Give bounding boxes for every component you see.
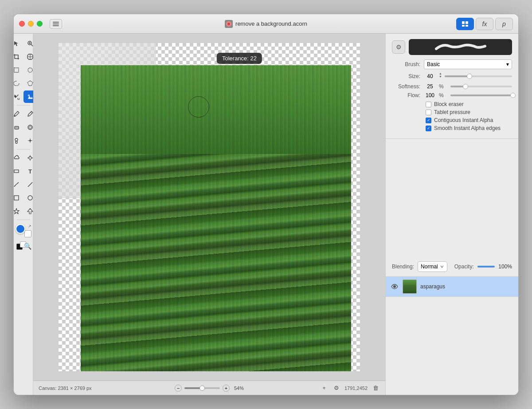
shape-cloud-tool[interactable]: [14, 152, 23, 164]
flow-slider-fill: [450, 94, 512, 96]
zoom-slider-thumb[interactable]: [200, 385, 205, 391]
app-icon: [225, 20, 233, 28]
window-title: remove a background.acorn: [235, 20, 307, 27]
softness-percent: %: [439, 83, 448, 90]
zoom-value-label: 54%: [234, 385, 244, 391]
opacity-slider-fill: [477, 266, 495, 267]
crop-tool[interactable]: [14, 51, 23, 63]
flow-slider[interactable]: [450, 94, 512, 96]
eraser-tool[interactable]: [14, 121, 23, 134]
canvas-scroll-area[interactable]: Tolerance: 22: [33, 34, 385, 381]
svg-rect-1: [53, 24, 59, 24]
svg-rect-32: [14, 196, 19, 200]
brush-dropdown-chevron: ▾: [506, 61, 509, 67]
contiguous-row: ✓ Contiguous Instant Alpha: [392, 117, 512, 123]
softness-slider-thumb[interactable]: [463, 84, 468, 89]
svg-rect-29: [14, 170, 19, 173]
size-spinner[interactable]: ▲ ▼: [439, 72, 442, 81]
smooth-edges-label: Smooth Instant Alpha edges: [434, 125, 501, 131]
zoom-controls: − + 54%: [175, 385, 244, 392]
softness-slider[interactable]: [450, 86, 512, 87]
brush-settings-gear-button[interactable]: ⚙: [392, 40, 405, 54]
sidebar-toggle-button[interactable]: [50, 19, 62, 29]
size-slider-fill: [445, 75, 468, 77]
swap-colors-icon[interactable]: ↗: [28, 224, 31, 228]
zoom-in-button[interactable]: +: [223, 385, 230, 392]
arrow-tool[interactable]: [14, 37, 23, 50]
paintbrush-tool[interactable]: [14, 108, 23, 120]
size-slider[interactable]: [445, 75, 512, 77]
block-eraser-checkbox[interactable]: [426, 102, 431, 107]
minimize-button[interactable]: [28, 21, 34, 27]
brush-preview-display: [409, 39, 512, 55]
blend-mode-dropdown[interactable]: Normal: [418, 261, 447, 272]
titlebar-center: remove a background.acorn: [225, 20, 307, 28]
layer-thumb-image: [403, 280, 416, 293]
smooth-edges-row: ✓ Smooth Instant Alpha edges: [392, 125, 512, 131]
brush-dropdown-value: Basic: [427, 61, 440, 67]
block-eraser-label: Block eraser: [434, 101, 464, 107]
delete-layer-button[interactable]: 🗑: [371, 384, 380, 393]
size-down[interactable]: ▼: [439, 75, 442, 78]
close-button[interactable]: [19, 21, 25, 27]
foreground-color-swatch[interactable]: [16, 224, 25, 234]
tablet-pressure-row: Tablet pressure: [392, 109, 512, 115]
opacity-label: Opacity:: [454, 263, 474, 270]
svg-rect-15: [14, 68, 19, 72]
zoom-slider[interactable]: [184, 387, 220, 389]
zoom-out-button[interactable]: −: [175, 385, 182, 392]
titlebar: remove a background.acorn fx p: [14, 14, 518, 34]
rectangle-shape-tool[interactable]: [14, 192, 23, 204]
right-panel: ⚙ Brush: Basic ▾: [385, 34, 518, 395]
lasso-tool[interactable]: [14, 77, 23, 90]
magnifier-icon[interactable]: 🔍: [24, 243, 31, 250]
svg-point-16: [28, 68, 32, 72]
maximize-button[interactable]: [37, 21, 43, 27]
svg-rect-5: [462, 21, 465, 24]
pen-tool[interactable]: [14, 178, 23, 191]
svg-line-10: [31, 44, 33, 46]
rounded-rect-tool[interactable]: [14, 165, 23, 177]
fx-button[interactable]: fx: [476, 18, 493, 30]
size-up[interactable]: ▲: [439, 72, 442, 75]
zoom-slider-fill: [184, 387, 200, 389]
contiguous-label: Contiguous Instant Alpha: [434, 117, 493, 123]
layer-visibility-button[interactable]: [390, 282, 399, 291]
traffic-lights: [19, 21, 43, 27]
brush-dropdown[interactable]: Basic ▾: [424, 59, 512, 69]
brush-settings-panel: ⚙ Brush: Basic ▾: [386, 34, 518, 139]
params-button[interactable]: p: [495, 18, 513, 30]
svg-rect-2: [53, 25, 59, 26]
svg-point-4: [227, 23, 230, 25]
default-colors-area: 🔍: [16, 239, 31, 250]
flow-slider-thumb[interactable]: [510, 93, 516, 98]
flow-control: 100 %: [424, 92, 512, 98]
canvas-container: Tolerance: 22: [59, 43, 360, 371]
brush-size-row: Size: 40 ▲ ▼: [392, 72, 512, 81]
smear-tool[interactable]: [14, 134, 23, 147]
paint-bucket-tool[interactable]: [14, 90, 23, 103]
svg-rect-0: [53, 22, 59, 23]
toolbar-divider-1: [17, 105, 30, 106]
canvas-size-label: Canvas: 2381 × 2769 px: [39, 385, 92, 391]
tablet-pressure-label: Tablet pressure: [434, 109, 470, 115]
background-color-swatch[interactable]: [24, 230, 31, 237]
tablet-pressure-checkbox[interactable]: [426, 110, 431, 115]
block-eraser-row: Block eraser: [392, 101, 512, 107]
color-tools: ↗: [16, 224, 31, 237]
svg-line-19: [31, 112, 32, 114]
add-layer-button[interactable]: +: [320, 384, 329, 393]
size-label: Size:: [392, 73, 424, 79]
layer-settings-button[interactable]: ⚙: [332, 384, 341, 393]
tools-panel-button[interactable]: [456, 18, 474, 30]
size-slider-thumb[interactable]: [467, 74, 472, 79]
rect-select-tool[interactable]: [14, 64, 23, 76]
contiguous-checkbox[interactable]: ✓: [426, 118, 431, 123]
layer-item[interactable]: asparagus: [386, 277, 518, 297]
svg-point-34: [393, 285, 396, 288]
layers-panel: asparagus: [386, 277, 518, 395]
opacity-value: 100%: [498, 263, 512, 270]
smooth-edges-checkbox[interactable]: ✓: [426, 126, 431, 131]
star-shape-tool[interactable]: [14, 205, 23, 217]
opacity-slider[interactable]: [477, 266, 495, 267]
